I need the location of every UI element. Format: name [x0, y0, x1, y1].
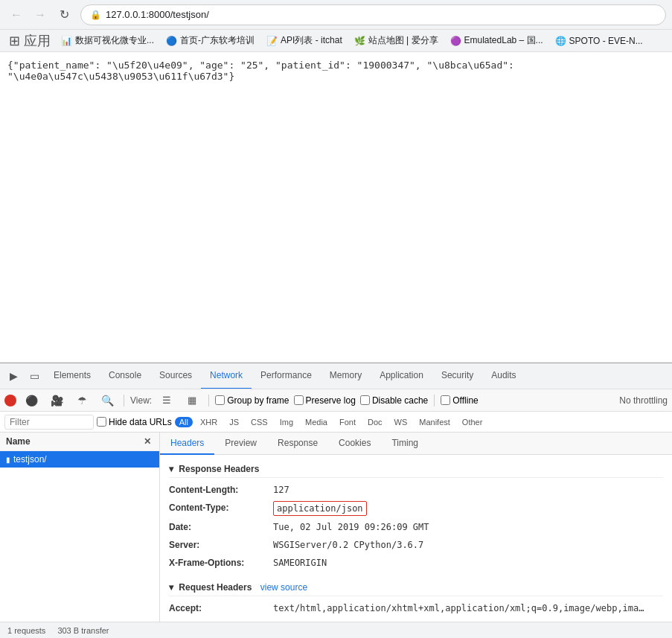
inspect-element-button[interactable]: ▶: [3, 366, 24, 386]
filter-bar: Hide data URLs All XHR JS CSS Img Media …: [0, 412, 672, 433]
apps-button[interactable]: ⊞ 应用: [6, 31, 54, 51]
toolbar-separator-1: [124, 395, 124, 406]
hide-data-urls-checkbox[interactable]: Hide data URLs: [97, 417, 172, 427]
tab-application[interactable]: Application: [371, 363, 432, 389]
screenshot-view-button[interactable]: ▦: [182, 390, 202, 411]
response-headers-title: ▾ Response Headers: [169, 459, 663, 478]
device-toolbar-button[interactable]: ▭: [24, 366, 45, 386]
back-button[interactable]: ←: [6, 4, 27, 25]
disable-cache-checkbox[interactable]: Disable cache: [360, 395, 428, 406]
page-content: {"patient_name": "\u5f20\u4e09", "age": …: [0, 52, 672, 363]
devtools-main: Name ✕ ▮ testjson/ Headers Preview Respo…: [0, 433, 672, 622]
list-view-button[interactable]: ☰: [156, 390, 177, 411]
close-detail-button[interactable]: ✕: [141, 436, 153, 447]
filter-input[interactable]: [4, 415, 94, 430]
toolbar-separator-3: [434, 395, 435, 406]
camera-button[interactable]: 🎥: [46, 390, 67, 411]
clear-button[interactable]: ⚫: [21, 390, 42, 411]
filter-type-img[interactable]: Img: [275, 417, 298, 427]
browser-toolbar: ← → ↻ 🔒 127.0.0.1:8000/testjson/: [0, 0, 672, 30]
filter-button[interactable]: ☂: [71, 390, 92, 411]
bookmark-api[interactable]: 📝 API列表 - itchat: [262, 33, 347, 48]
header-x-frame-options: X-Frame-Options: SAMEORIGIN: [169, 554, 663, 572]
preserve-log-checkbox[interactable]: Preserve log: [294, 395, 356, 406]
nav-buttons: ← → ↻: [6, 4, 74, 25]
network-toolbar: ⚫ 🎥 ☂ 🔍 View: ☰ ▦ Group by frame Preserv…: [0, 389, 672, 412]
json-content: {"patient_name": "\u5f20\u4e09", "age": …: [7, 60, 514, 82]
detail-tab-response[interactable]: Response: [267, 433, 328, 455]
file-list: Name ✕ ▮ testjson/: [0, 433, 160, 622]
request-headers-title: ▾ Request Headers view source: [169, 578, 663, 596]
tab-network[interactable]: Network: [201, 363, 252, 389]
filter-type-css[interactable]: CSS: [246, 417, 272, 427]
requests-count: 1 requests: [7, 626, 45, 635]
group-by-frame-checkbox[interactable]: Group by frame: [215, 395, 289, 406]
devtools-tabbar: ▶ ▭ Elements Console Sources Network Per…: [0, 363, 672, 389]
header-server: Server: WSGIServer/0.2 CPython/3.6.7: [169, 536, 663, 554]
bookmark-emulated[interactable]: 🟣 EmulatedLab – 国...: [446, 33, 548, 48]
address-bar[interactable]: 🔒 127.0.0.1:8000/testjson/: [80, 4, 666, 25]
offline-checkbox[interactable]: Offline: [441, 395, 478, 406]
detail-panel: Headers Preview Response Cookies Timing …: [160, 433, 672, 622]
filter-type-ws[interactable]: WS: [390, 417, 412, 427]
filter-type-font[interactable]: Font: [335, 417, 360, 427]
header-date: Date: Tue, 02 Jul 2019 09:26:09 GMT: [169, 518, 663, 536]
detail-tab-preview[interactable]: Preview: [214, 433, 267, 455]
status-bar: 1 requests 303 B transfer: [0, 622, 672, 638]
bookmark-datavis[interactable]: 📊 数据可视化微专业...: [57, 33, 159, 48]
devtools-panel: ▶ ▭ Elements Console Sources Network Per…: [0, 363, 672, 638]
search-button[interactable]: 🔍: [97, 390, 118, 411]
address-text: 127.0.0.1:8000/testjson/: [106, 9, 209, 20]
view-source-link[interactable]: view source: [260, 582, 307, 593]
toolbar-separator-2: [208, 395, 209, 406]
tab-memory[interactable]: Memory: [321, 363, 371, 389]
bookmark-sitemap[interactable]: 🌿 站点地图 | 爱分享: [350, 33, 443, 48]
filter-type-other[interactable]: Other: [458, 417, 487, 427]
transfer-size: 303 B transfer: [57, 626, 109, 635]
detail-content: ▾ Response Headers Content-Length: 127 C…: [160, 455, 672, 622]
tab-console[interactable]: Console: [100, 363, 150, 389]
filter-type-all[interactable]: All: [175, 417, 193, 427]
forward-button[interactable]: →: [30, 4, 51, 25]
filter-type-doc[interactable]: Doc: [363, 417, 387, 427]
bookmark-guangdong[interactable]: 🔵 首页-广东软考培训: [161, 33, 259, 48]
request-headers-toggle[interactable]: ▾: [169, 582, 173, 593]
tab-audits[interactable]: Audits: [482, 363, 525, 389]
file-icon: ▮: [6, 456, 10, 464]
detail-tabs: Headers Preview Response Cookies Timing: [160, 433, 672, 455]
filter-type-media[interactable]: Media: [301, 417, 332, 427]
detail-tab-cookies[interactable]: Cookies: [328, 433, 381, 455]
bookmark-spoto[interactable]: 🌐 SPOTO - EVE-N...: [551, 34, 647, 48]
filter-type-xhr[interactable]: XHR: [196, 417, 222, 427]
no-throttling-label: No throttling: [619, 395, 668, 406]
tab-security[interactable]: Security: [432, 363, 482, 389]
header-content-type: Content-Type: application/json: [169, 499, 663, 518]
file-row-testjson[interactable]: ▮ testjson/: [0, 451, 159, 468]
detail-tab-headers[interactable]: Headers: [160, 433, 214, 455]
response-headers-toggle[interactable]: ▾: [169, 464, 173, 474]
detail-tab-timing[interactable]: Timing: [381, 433, 429, 455]
filter-type-js[interactable]: JS: [225, 417, 243, 427]
file-list-header: Name ✕: [0, 433, 159, 451]
record-button[interactable]: [4, 395, 16, 406]
refresh-button[interactable]: ↻: [54, 4, 74, 25]
lock-icon: 🔒: [90, 10, 101, 20]
tab-elements[interactable]: Elements: [45, 363, 100, 389]
filter-type-manifest[interactable]: Manifest: [415, 417, 455, 427]
tab-sources[interactable]: Sources: [150, 363, 201, 389]
view-label: View:: [130, 395, 152, 406]
header-accept: Accept: text/html,application/xhtml+xml,…: [169, 599, 663, 617]
tab-performance[interactable]: Performance: [252, 363, 321, 389]
header-content-length: Content-Length: 127: [169, 481, 663, 499]
bookmarks-bar: ⊞ 应用 📊 数据可视化微专业... 🔵 首页-广东软考培训 📝 API列表 -…: [0, 30, 672, 52]
